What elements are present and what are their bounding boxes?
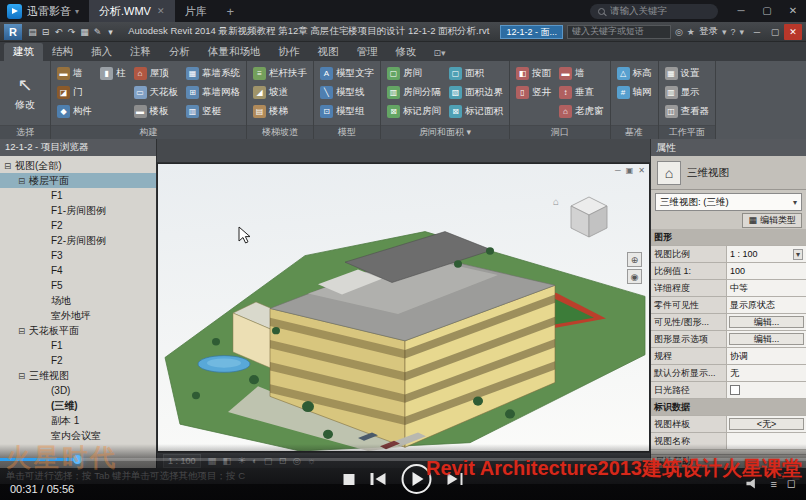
- property-value[interactable]: 无: [727, 365, 806, 381]
- panel-label[interactable]: 模型: [314, 125, 380, 139]
- view-window-icon[interactable]: ─: [615, 166, 621, 175]
- property-value[interactable]: [727, 382, 806, 398]
- previous-button[interactable]: [371, 473, 386, 485]
- infocenter-icon[interactable]: ◎: [675, 27, 683, 37]
- help-icon[interactable]: ▾: [722, 27, 727, 37]
- ribbon-button[interactable]: ⊞幕墙网格: [184, 83, 242, 102]
- project-browser-header[interactable]: 12-1-2 - 项目浏览器: [0, 139, 156, 156]
- tree-item[interactable]: F2: [0, 353, 156, 368]
- panel-label[interactable]: 洞口: [510, 125, 610, 139]
- player-search-input[interactable]: 请输入关键字: [590, 4, 718, 19]
- close-button[interactable]: ✕: [780, 0, 806, 22]
- tree-item[interactable]: 副本 1: [0, 413, 156, 428]
- ribbon-button[interactable]: A模型文字: [318, 64, 376, 83]
- qat-icon[interactable]: ⊟: [39, 27, 52, 37]
- ribbon-button[interactable]: ▮柱: [98, 64, 128, 83]
- tree-expander-icon[interactable]: ⊟: [4, 161, 15, 171]
- edit-type-button[interactable]: ▦ 编辑类型: [742, 213, 802, 228]
- panel-label[interactable]: 构建: [51, 125, 246, 139]
- ribbon-button[interactable]: ▯竖井: [514, 83, 553, 102]
- ribbon-button[interactable]: ▢房间: [385, 64, 443, 83]
- ribbon-button[interactable]: △标高: [615, 64, 654, 83]
- player-tab-current[interactable]: 分析.WMV ✕: [89, 0, 175, 22]
- ribbon-button[interactable]: ⌂老虎窗: [557, 102, 606, 121]
- ribbon-tab[interactable]: 插入: [82, 43, 121, 61]
- property-value[interactable]: 中等: [727, 280, 806, 296]
- tree-item[interactable]: F5: [0, 278, 156, 293]
- navigation-icon[interactable]: ⊕: [627, 252, 642, 267]
- ribbon-button[interactable]: ▬墙: [557, 64, 606, 83]
- ribbon-button[interactable]: ▢面积: [447, 64, 505, 83]
- property-value[interactable]: 编辑...: [729, 333, 804, 345]
- view-window-icon[interactable]: ▣: [626, 166, 634, 175]
- property-row[interactable]: 规程 协调: [651, 348, 806, 365]
- property-value[interactable]: 编辑...: [729, 316, 804, 328]
- qat-icon[interactable]: ▤: [26, 27, 39, 37]
- revit-minimize-button[interactable]: ─: [748, 24, 766, 40]
- ribbon-tab[interactable]: 建筑: [4, 43, 43, 61]
- ribbon-button[interactable]: ◆构件: [55, 102, 94, 121]
- property-value[interactable]: 显示原状态: [727, 297, 806, 313]
- tree-item[interactable]: ⊟ 天花板平面: [0, 323, 156, 338]
- ribbon-button[interactable]: ≡栏杆扶手: [251, 64, 309, 83]
- navigation-icon[interactable]: ◉: [627, 269, 642, 284]
- signin-button[interactable]: 登录: [699, 25, 718, 38]
- tree-item[interactable]: F1: [0, 338, 156, 353]
- property-row[interactable]: 可见性/图形... 编辑...: [651, 314, 806, 331]
- revit-close-button[interactable]: ✕: [784, 24, 802, 40]
- home-icon[interactable]: ⌂: [553, 196, 559, 207]
- qat-icon[interactable]: ✎: [91, 27, 104, 37]
- ribbon-tab[interactable]: 体量和场地: [199, 43, 270, 61]
- tree-item[interactable]: F1-房间图例: [0, 203, 156, 218]
- property-row[interactable]: 详细程度 中等: [651, 280, 806, 297]
- property-value[interactable]: 100: [727, 263, 806, 279]
- property-row[interactable]: 视图比例 1 : 100: [651, 246, 806, 263]
- drawing-area[interactable]: ─▣✕ ⌂ ⊕◉: [157, 163, 650, 452]
- tree-item[interactable]: 场地: [0, 293, 156, 308]
- ribbon-tab[interactable]: 修改: [387, 43, 426, 61]
- tree-item[interactable]: F1: [0, 188, 156, 203]
- ribbon-tab[interactable]: 结构: [43, 43, 82, 61]
- infocenter-icon[interactable]: ★: [687, 27, 695, 37]
- property-value[interactable]: <无>: [729, 418, 804, 430]
- ribbon-button[interactable]: ⌂屋顶: [132, 64, 181, 83]
- ribbon-tab[interactable]: 分析: [160, 43, 199, 61]
- tree-item[interactable]: F4: [0, 263, 156, 278]
- qat-icon[interactable]: ↷: [65, 27, 78, 37]
- document-switcher[interactable]: 12-1-2 - 面...: [500, 25, 563, 39]
- stop-button[interactable]: [344, 474, 355, 485]
- property-row[interactable]: 图形: [651, 229, 806, 246]
- ribbon-button[interactable]: ◪门: [55, 83, 94, 102]
- property-row[interactable]: 比例值 1: 100: [651, 263, 806, 280]
- ribbon-button[interactable]: ◫查看器: [663, 102, 712, 121]
- tree-item[interactable]: F2-房间图例: [0, 233, 156, 248]
- tree-item[interactable]: (3D): [0, 383, 156, 398]
- ribbon-button[interactable]: ◢坡道: [251, 83, 309, 102]
- property-row[interactable]: 日光路径: [651, 382, 806, 399]
- player-tab-library[interactable]: 片库: [175, 0, 217, 22]
- tree-item[interactable]: (三维): [0, 398, 156, 413]
- panel-label[interactable]: 基准: [611, 125, 658, 139]
- properties-header[interactable]: 属性: [651, 139, 806, 156]
- ribbon-button[interactable]: ⊠标记房间: [385, 102, 443, 121]
- property-row[interactable]: 标识数据: [651, 399, 806, 416]
- type-selector[interactable]: 三维视图: (三维) ▾: [655, 193, 802, 211]
- ribbon-button[interactable]: ▬楼板: [132, 102, 181, 121]
- ribbon-button[interactable]: ▧面积边界: [447, 83, 505, 102]
- ribbon-button[interactable]: ▥显示: [663, 83, 712, 102]
- qat-icon[interactable]: ▦: [78, 27, 91, 37]
- ribbon-button[interactable]: ↕垂直: [557, 83, 606, 102]
- view-window-icon[interactable]: ✕: [638, 166, 645, 175]
- view-cube[interactable]: [563, 192, 615, 244]
- ribbon-button[interactable]: ⊠标记面积: [447, 102, 505, 121]
- ribbon-button[interactable]: ▥房间分隔: [385, 83, 443, 102]
- modify-button[interactable]: ↖ 修改: [4, 64, 46, 122]
- ribbon-button[interactable]: ▭天花板: [132, 83, 181, 102]
- tree-expander-icon[interactable]: ⊟: [18, 326, 29, 336]
- ribbon-button[interactable]: ▦幕墙系统: [184, 64, 242, 83]
- ribbon-button[interactable]: ▤楼梯: [251, 102, 309, 121]
- panel-label[interactable]: 工作平面: [659, 125, 716, 139]
- ribbon-button[interactable]: ▦设置: [663, 64, 712, 83]
- infocenter-search-input[interactable]: 键入关键字或短语: [567, 25, 671, 39]
- qat-icon[interactable]: ↶: [52, 27, 65, 37]
